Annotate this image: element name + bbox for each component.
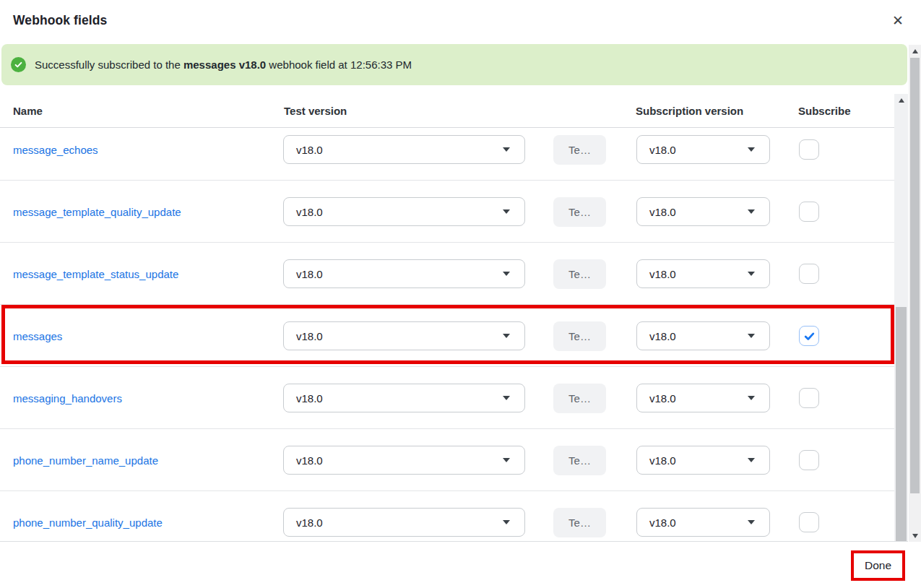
test-button[interactable]: Te… [553,446,606,475]
caret-down-icon [748,334,755,338]
subscription-version-value: v18.0 [637,144,676,156]
footer-divider [0,541,908,542]
caret-down-icon [748,458,755,462]
table-row: message_echoes v18.0 Te… v18.0 [0,128,894,181]
caret-down-icon [748,520,755,524]
table-row: messages v18.0 Te… v18.0 [0,305,894,367]
table-row: phone_number_name_update v18.0 Te… v18.0 [0,429,894,491]
webhook-fields-list: message_echoes v18.0 Te… v18.0 message_t… [0,128,894,542]
field-name-link[interactable]: message_template_quality_update [13,205,181,217]
page-title: Webhook fields [13,13,107,28]
test-version-value: v18.0 [284,206,323,218]
test-button[interactable]: Te… [553,508,606,537]
success-message-field: messages v18.0 [183,59,266,71]
subscription-version-value: v18.0 [637,330,676,342]
field-name-link[interactable]: messaging_handovers [13,392,122,404]
table-row: phone_number_quality_update v18.0 Te… v1… [0,491,894,542]
test-button[interactable]: Te… [553,259,606,289]
subscription-version-select[interactable]: v18.0 [636,135,770,164]
scroll-up-icon[interactable] [894,94,908,106]
subscription-version-value: v18.0 [637,268,676,280]
scroll-down-icon[interactable] [909,529,921,542]
test-version-select[interactable]: v18.0 [283,321,525,350]
caret-down-icon [503,272,510,276]
caret-down-icon [503,209,510,214]
table-scrollbar [894,94,908,542]
webhook-fields-dialog: Webhook fields ✕ Successfully subscribed… [0,0,921,588]
subscription-version-select[interactable]: v18.0 [636,384,770,412]
scroll-up-icon[interactable] [909,45,921,57]
test-version-select[interactable]: v18.0 [283,508,525,537]
success-message: Successfully subscribed to the messages … [35,59,412,71]
test-button[interactable]: Te… [553,197,606,227]
success-banner: Successfully subscribed to the messages … [1,44,907,85]
subscription-version-select[interactable]: v18.0 [636,197,770,226]
test-version-select[interactable]: v18.0 [283,384,525,412]
test-version-select[interactable]: v18.0 [283,197,525,226]
subscribe-checkbox[interactable] [799,202,819,222]
subscribe-checkbox[interactable] [799,512,819,532]
test-button[interactable]: Te… [553,321,606,351]
success-check-icon [11,57,26,72]
test-version-value: v18.0 [284,268,323,280]
field-name-link[interactable]: message_echoes [13,143,98,155]
field-name-link[interactable]: messages [13,329,62,342]
caret-down-icon [748,209,755,214]
caret-down-icon [503,458,510,462]
test-button[interactable]: Te… [553,135,606,165]
subscription-version-select[interactable]: v18.0 [636,446,770,475]
done-button[interactable]: Done [854,553,902,578]
annotation-highlight-box-done: Done [851,550,905,581]
caret-down-icon [503,520,510,524]
subscribe-checkbox[interactable] [799,388,819,408]
dialog-scrollbar [909,45,921,542]
caret-down-icon [503,396,510,400]
close-icon[interactable]: ✕ [889,12,907,30]
subscription-version-select[interactable]: v18.0 [636,321,770,350]
subscribe-checkbox[interactable] [799,450,819,470]
field-name-link[interactable]: phone_number_name_update [13,454,158,466]
subscribe-checkbox[interactable] [799,139,819,160]
test-version-value: v18.0 [284,454,323,467]
subscribe-checkbox[interactable] [799,326,819,346]
test-version-select[interactable]: v18.0 [283,446,525,475]
subscription-version-select[interactable]: v18.0 [636,508,770,537]
dialog-scrollbar-thumb[interactable] [910,58,920,493]
caret-down-icon [503,147,510,152]
subscription-version-value: v18.0 [637,454,676,467]
table-row: message_template_status_update v18.0 Te…… [0,243,894,305]
test-version-value: v18.0 [284,516,323,529]
table-row: message_template_quality_update v18.0 Te… [0,181,894,243]
table-row: messaging_handovers v18.0 Te… v18.0 [0,367,894,429]
field-name-link[interactable]: message_template_status_update [13,267,178,280]
column-header-name: Name [13,94,43,128]
field-name-link[interactable]: phone_number_quality_update [13,516,163,528]
test-version-select[interactable]: v18.0 [283,135,525,164]
caret-down-icon [748,272,755,276]
subscription-version-select[interactable]: v18.0 [636,259,770,288]
caret-down-icon [748,396,755,400]
subscription-version-value: v18.0 [637,392,676,405]
test-button[interactable]: Te… [553,384,606,413]
success-message-suffix: webhook field at 12:56:33 PM [266,59,412,71]
column-header-test-version: Test version [284,94,347,128]
column-header-subscription-version: Subscription version [636,94,743,128]
caret-down-icon [748,147,755,152]
success-message-prefix: Successfully subscribed to the [35,59,183,71]
test-version-value: v18.0 [284,392,323,405]
test-version-value: v18.0 [284,330,323,342]
caret-down-icon [503,334,510,338]
subscription-version-value: v18.0 [637,206,676,218]
table-header: Name Test version Subscription version S… [0,94,894,128]
test-version-value: v18.0 [284,144,323,156]
subscribe-checkbox[interactable] [799,264,819,284]
column-header-subscribe: Subscribe [798,94,851,128]
subscription-version-value: v18.0 [637,516,676,529]
table-scrollbar-thumb[interactable] [896,307,907,542]
test-version-select[interactable]: v18.0 [283,259,525,288]
